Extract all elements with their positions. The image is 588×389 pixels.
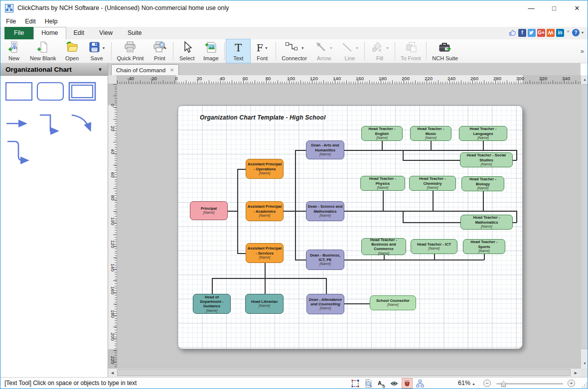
arrow-button[interactable]: ▼Arrow — [311, 39, 337, 63]
org-node-ht-languages[interactable]: Head Teacher - Languages[Name] — [459, 126, 507, 141]
fill-button[interactable]: ▼Fill — [366, 39, 393, 63]
connector-line[interactable] — [237, 169, 246, 170]
close-button[interactable]: ✕ — [566, 0, 588, 15]
nch-icon[interactable] — [547, 29, 555, 37]
shape-s-elbow-arrow[interactable] — [7, 141, 27, 160]
connector-line[interactable] — [344, 211, 516, 212]
zoom-slider-thumb[interactable] — [501, 381, 506, 387]
ribbon-tab-home[interactable]: Home — [33, 27, 66, 39]
ribbon-tab-edit[interactable]: Edit — [66, 27, 92, 39]
dropdown-caret-icon[interactable]: ▼ — [301, 46, 304, 50]
connector-line[interactable] — [212, 278, 326, 279]
new-blank-button[interactable]: New Blank — [26, 39, 60, 63]
connector-line[interactable] — [434, 254, 435, 260]
twitter-icon[interactable] — [528, 29, 536, 37]
org-node-ap-academics[interactable]: Assistant Principal - Academics[Name] — [246, 201, 284, 221]
font-button[interactable]: F▼Font — [250, 39, 274, 63]
connector-line[interactable] — [403, 211, 404, 222]
vertical-scrollbar[interactable]: ▲ ▼ — [581, 75, 588, 368]
dropdown-caret-icon[interactable]: ▼ — [355, 46, 359, 50]
chart-title[interactable]: Organization Chart Template - High Schoo… — [200, 114, 325, 121]
connector-line[interactable] — [433, 191, 434, 211]
new-button[interactable]: New — [2, 39, 26, 63]
close-tab-icon[interactable]: ✕ — [170, 67, 174, 73]
resize-grip[interactable] — [581, 382, 587, 388]
text-button[interactable]: TText — [226, 39, 250, 63]
nch-suite-button[interactable]: NCH Suite — [428, 39, 462, 63]
zoom-in-button[interactable]: + — [568, 380, 575, 387]
ribbon-tab-file[interactable]: File — [4, 27, 33, 39]
connector-line[interactable] — [383, 191, 384, 211]
document-tab-chain-of-command[interactable]: Chain of Command ✕ — [111, 64, 179, 75]
connector-line[interactable] — [295, 150, 306, 151]
org-node-ht-english[interactable]: Head Teacher - English[Name] — [361, 126, 403, 141]
maximize-button[interactable]: □ — [543, 0, 566, 15]
visibility-icon[interactable] — [389, 378, 400, 389]
menu-file[interactable]: File — [1, 17, 20, 26]
connector-line[interactable] — [237, 253, 246, 254]
shape-rounded-rectangle[interactable] — [37, 83, 63, 100]
scroll-right-icon[interactable]: ▶ — [572, 369, 580, 377]
image-button[interactable]: Image — [199, 39, 223, 63]
line-button[interactable]: ▼Line — [337, 39, 363, 63]
connector-line[interactable] — [384, 255, 385, 260]
org-node-head-librarian[interactable]: Head Librarian[Name] — [245, 294, 284, 314]
auto-layout-icon[interactable] — [415, 378, 426, 389]
scroll-down-icon[interactable]: ▼ — [581, 359, 588, 368]
quick-print-button[interactable]: Quick Print — [113, 39, 148, 63]
fit-selection-icon[interactable] — [350, 378, 361, 389]
dropdown-caret-icon[interactable]: ▼ — [265, 46, 268, 50]
scroll-up-icon[interactable]: ▲ — [581, 75, 588, 84]
org-node-ht-business[interactable]: Head Teacher - Business and Commerce[Nam… — [361, 238, 406, 255]
menu-help[interactable]: Help — [40, 17, 62, 26]
help-caret-icon[interactable]: ▾ — [582, 30, 584, 35]
connector-line[interactable] — [513, 160, 517, 161]
connector-line[interactable] — [516, 150, 517, 160]
connector-line[interactable] — [483, 141, 484, 150]
connector-line[interactable] — [295, 150, 296, 260]
collapse-caret-icon[interactable]: ^ — [566, 29, 571, 37]
menu-edit[interactable]: Edit — [20, 17, 40, 26]
horizontal-scrollbar[interactable]: ◀ ▶ — [108, 368, 581, 377]
text-connector-icon[interactable]: A — [376, 378, 387, 389]
snap-magnet-icon[interactable] — [402, 378, 413, 389]
connector-line[interactable] — [431, 141, 432, 150]
org-node-dean-business[interactable]: Dean - Business, ICT, PE[Name] — [306, 250, 344, 270]
org-node-ap-services[interactable]: Assistant Principal - Services[Name] — [246, 243, 284, 263]
zoom-page-icon[interactable] — [363, 378, 374, 389]
save-button[interactable]: ▼Save — [84, 39, 110, 63]
toolbar-overflow-button[interactable]: » — [579, 45, 586, 57]
facebook-icon[interactable]: f — [518, 29, 526, 37]
org-node-principal[interactable]: Principal[Name] — [190, 201, 228, 220]
scroll-left-icon[interactable]: ◀ — [108, 369, 117, 377]
connector-line[interactable] — [344, 150, 516, 151]
org-node-ht-biology[interactable]: Head Teacher - Biology[Name] — [461, 176, 504, 191]
connector-line[interactable] — [344, 303, 370, 304]
vertical-scrollbar-thumb[interactable] — [582, 84, 588, 349]
connector-line[interactable] — [212, 278, 213, 294]
connector-line[interactable] — [516, 211, 517, 223]
shape-curved-arrow[interactable] — [72, 115, 90, 130]
shape-elbow-arrow[interactable] — [40, 115, 57, 131]
connector-line[interactable] — [344, 259, 484, 260]
connector-line[interactable] — [403, 150, 404, 160]
connector-line[interactable] — [513, 222, 517, 223]
ribbon-tab-view[interactable]: View — [92, 27, 120, 39]
horizontal-scrollbar-thumb[interactable] — [117, 369, 571, 376]
org-node-dean-arts[interactable]: Dean - Arts and Humanities[Name] — [306, 140, 344, 159]
linkedin-icon[interactable]: in — [556, 29, 564, 37]
org-node-school-counsellor[interactable]: School Counsellor[Name] — [370, 295, 416, 310]
open-button[interactable]: Open — [60, 39, 84, 63]
connector-line[interactable] — [295, 259, 306, 260]
org-node-ht-physics[interactable]: Head Teacher - Physics[Name] — [360, 176, 405, 191]
org-node-ht-social-studies[interactable]: Head Teacher - Social Studies[Name] — [460, 152, 513, 167]
org-node-ht-mathematics[interactable]: Head Teacher - Mathematics[Name] — [460, 215, 513, 230]
connector-line[interactable] — [265, 263, 266, 278]
connector-line[interactable] — [382, 141, 383, 150]
org-node-ht-chemistry[interactable]: Head Teacher - Chemistry[Name] — [409, 176, 456, 191]
connector-line[interactable] — [403, 222, 460, 223]
canvas-viewport[interactable]: Organization Chart Template - High Schoo… — [117, 84, 581, 368]
dropdown-caret-icon[interactable]: ▼ — [386, 46, 389, 50]
connector-line[interactable] — [403, 160, 460, 161]
org-node-ht-ict[interactable]: Head Teacher - ICT[Name] — [411, 239, 457, 254]
